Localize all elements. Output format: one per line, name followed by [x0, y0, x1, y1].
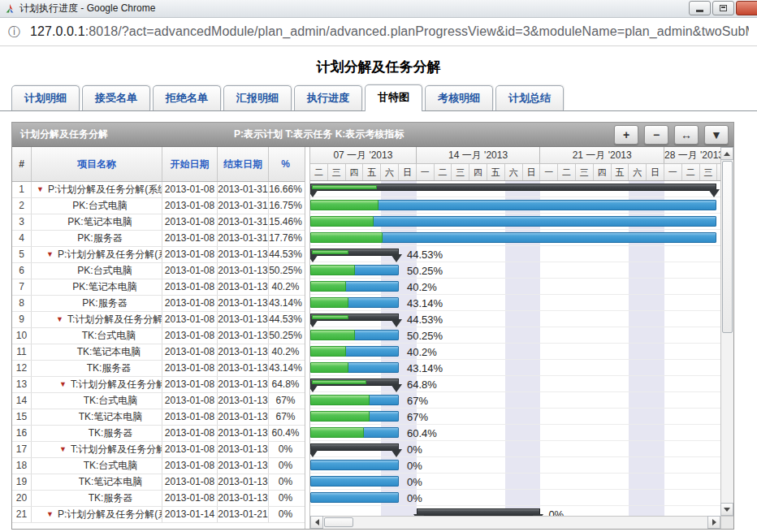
- row-index-cell: 4: [12, 231, 32, 246]
- page-info-icon[interactable]: ⓘ: [8, 24, 20, 40]
- table-row[interactable]: 2PK:台式电脑2013-01-082013-01-3116.75%: [12, 198, 305, 214]
- url-text[interactable]: 127.0.0.1:8018/?act=advancedModule/plan_…: [30, 24, 749, 39]
- table-row[interactable]: 17▼T:计划分解及任务分解(2013-01-082013-01-130%: [12, 442, 305, 458]
- tab-strip: 计划明细接受名单拒绝名单汇报明细执行进度甘特图考核明细计划总结: [0, 84, 757, 111]
- project-name-cell: PK:服务器: [32, 296, 162, 311]
- percent-cell: 60.4%: [269, 426, 302, 441]
- gantt-task-bar[interactable]: [310, 362, 399, 373]
- gantt-task-bar[interactable]: [310, 460, 399, 470]
- gantt-task-bar[interactable]: [310, 346, 399, 357]
- row-index-cell: 19: [12, 474, 32, 490]
- table-row[interactable]: 16TK:服务器2013-01-082013-01-1360.4%: [12, 426, 305, 442]
- collapse-triangle-icon[interactable]: ▼: [37, 185, 44, 193]
- vertical-scroll-thumb[interactable]: [722, 161, 733, 333]
- table-row[interactable]: 6PK:台式电脑2013-01-082013-01-1350.25%: [12, 263, 305, 279]
- table-row[interactable]: 3PK:笔记本电脑2013-01-082013-01-3115.46%: [12, 214, 305, 231]
- table-row[interactable]: 8PK:服务器2013-01-082013-01-1343.14%: [12, 296, 305, 312]
- table-row[interactable]: 7PK:笔记本电脑2013-01-082013-01-1340.2%: [12, 279, 305, 296]
- tab-计划明细[interactable]: 计划明细: [11, 85, 80, 110]
- gantt-task-bar[interactable]: [310, 232, 716, 243]
- grid-header: #项目名称开始日期结束日期%: [12, 147, 305, 182]
- summary-end-marker-icon: [391, 319, 402, 327]
- table-row[interactable]: 5▼P:计划分解及任务分解(系统2013-01-082013-01-1344.5…: [12, 247, 305, 263]
- gantt-task-bar[interactable]: [310, 427, 399, 438]
- column-header-2[interactable]: 项目名称: [32, 147, 162, 181]
- column-header-4[interactable]: 结束日期: [218, 147, 269, 181]
- gantt-summary-bar[interactable]: [310, 249, 399, 256]
- project-name-cell: ▼P:计划分解及任务分解(系统: [32, 182, 162, 197]
- day-header-cell: 一: [664, 164, 682, 180]
- column-header-5[interactable]: %: [269, 147, 302, 181]
- vertical-scrollbar[interactable]: [720, 147, 733, 516]
- table-row[interactable]: 1▼P:计划分解及任务分解(系统2013-01-082013-01-3116.6…: [12, 182, 305, 198]
- table-row[interactable]: 19TK:笔记本电脑2013-01-082013-01-130%: [12, 474, 305, 491]
- percent-cell: 16.66%: [269, 182, 302, 197]
- scroll-right-button[interactable]: [707, 516, 720, 529]
- gantt-summary-bar[interactable]: [310, 184, 716, 191]
- table-row[interactable]: 13▼T:计划分解及任务分解(2013-01-082013-01-1364.8%: [12, 377, 305, 393]
- percent-cell: 43.14%: [269, 296, 302, 311]
- gantt-summary-bar[interactable]: [417, 508, 541, 516]
- scroll-up-button[interactable]: [720, 147, 733, 160]
- tab-汇报明细[interactable]: 汇报明细: [223, 85, 292, 110]
- table-row[interactable]: 10TK:台式电脑2013-01-082013-01-1350.25%: [12, 328, 305, 344]
- gantt-task-bar[interactable]: [310, 216, 716, 227]
- tab-考核明细[interactable]: 考核明细: [425, 85, 493, 110]
- row-index-cell: 18: [12, 458, 32, 474]
- table-row[interactable]: 12TK:服务器2013-01-082013-01-1343.14%: [12, 361, 305, 377]
- table-row[interactable]: 4PK:服务器2013-01-082013-01-3117.76%: [12, 231, 305, 247]
- table-row[interactable]: 20TK:服务器2013-01-082013-01-130%: [12, 491, 305, 507]
- fit-width-button[interactable]: ↔: [674, 125, 699, 145]
- gantt-task-bar[interactable]: [310, 297, 399, 308]
- gantt-task-bar[interactable]: [310, 330, 399, 340]
- maximize-button[interactable]: [712, 1, 734, 15]
- gantt-summary-bar[interactable]: [310, 443, 399, 451]
- tab-甘特图[interactable]: 甘特图: [365, 84, 422, 111]
- zoom-in-button[interactable]: +: [614, 125, 638, 145]
- table-row[interactable]: 9▼T:计划分解及任务分解(一2013-01-082013-01-1344.53…: [12, 312, 305, 328]
- zoom-out-button[interactable]: −: [644, 125, 668, 145]
- collapse-triangle-icon[interactable]: ▼: [59, 380, 67, 388]
- project-name-cell: TK:台式电脑: [32, 458, 162, 474]
- collapse-triangle-icon[interactable]: ▼: [59, 445, 67, 453]
- tab-拒绝名单[interactable]: 拒绝名单: [153, 85, 221, 110]
- horizontal-scroll-thumb[interactable]: [324, 517, 353, 527]
- address-bar[interactable]: ⓘ 127.0.0.1:8018/?act=advancedModule/pla…: [0, 18, 757, 46]
- gantt-task-bar[interactable]: [310, 492, 399, 503]
- summary-end-marker-icon: [391, 449, 402, 457]
- day-header-cell: 二: [435, 164, 452, 180]
- scroll-left-button[interactable]: [310, 516, 323, 529]
- gantt-summary-bar[interactable]: [310, 314, 399, 321]
- horizontal-scrollbar[interactable]: [310, 516, 720, 529]
- end-date-cell: 2013-01-31: [218, 214, 269, 230]
- collapse-button[interactable]: ▼: [704, 125, 729, 145]
- gantt-task-bar[interactable]: [310, 411, 399, 422]
- table-row[interactable]: 14TK:台式电脑2013-01-082013-01-1367%: [12, 393, 305, 409]
- tab-接受名单[interactable]: 接受名单: [82, 85, 150, 110]
- collapse-triangle-icon[interactable]: ▼: [56, 315, 63, 323]
- table-row[interactable]: 15TK:笔记本电脑2013-01-082013-01-1367%: [12, 409, 305, 426]
- gantt-task-bar[interactable]: [310, 265, 399, 275]
- row-index-cell: 1: [12, 182, 32, 197]
- tab-执行进度[interactable]: 执行进度: [294, 85, 362, 110]
- gantt-task-bar[interactable]: [310, 476, 399, 487]
- table-row[interactable]: 18TK:台式电脑2013-01-082013-01-130%: [12, 458, 305, 474]
- collapse-triangle-icon[interactable]: ▼: [46, 510, 54, 518]
- gantt-task-bar[interactable]: [310, 395, 399, 405]
- collapse-triangle-icon[interactable]: ▼: [46, 250, 54, 258]
- end-date-cell: 2013-01-13: [218, 442, 269, 457]
- gantt-summary-bar[interactable]: [310, 378, 399, 386]
- tab-计划总结[interactable]: 计划总结: [495, 85, 564, 110]
- table-row[interactable]: 11TK:笔记本电脑2013-01-082013-01-1340.2%: [12, 344, 305, 361]
- column-header-1[interactable]: #: [12, 147, 32, 181]
- scroll-down-button[interactable]: [720, 503, 733, 516]
- gantt-task-bar[interactable]: [310, 200, 716, 210]
- close-button[interactable]: [736, 1, 757, 15]
- column-header-3[interactable]: 开始日期: [162, 147, 218, 181]
- gantt-task-bar[interactable]: [310, 281, 399, 292]
- percent-cell: 50.25%: [269, 328, 302, 344]
- day-header-cell: 日: [523, 164, 541, 180]
- end-date-cell: 2013-01-13: [218, 377, 269, 392]
- table-row[interactable]: 21▼P:计划分解及任务分解(系统2013-01-142013-01-210%: [12, 507, 305, 523]
- minimize-button[interactable]: [689, 1, 711, 15]
